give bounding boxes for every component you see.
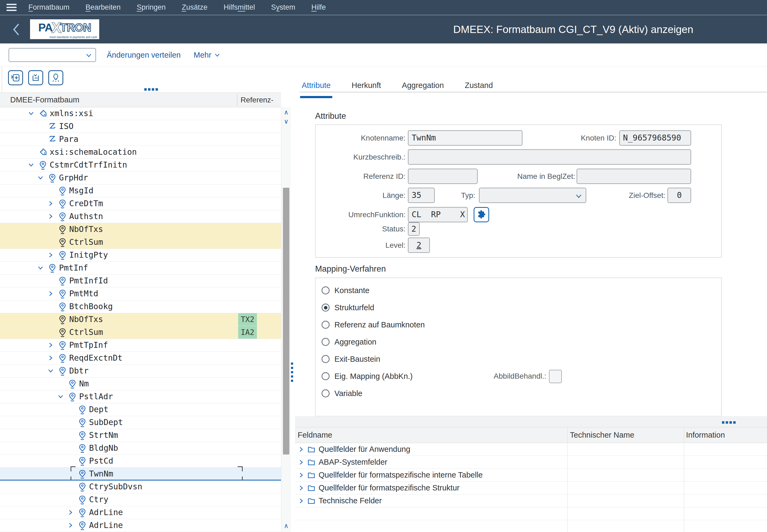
scroll-up-icon[interactable]: ∧ xyxy=(281,108,291,116)
fields-table-row[interactable]: Quellfelder für formatspezifische intern… xyxy=(295,469,767,482)
level-field[interactable]: 2 xyxy=(408,238,430,253)
tree-row-pmtinf[interactable]: PmtInf xyxy=(0,262,281,275)
tree-row-pmtmtd[interactable]: PmtMtd xyxy=(0,287,281,300)
distribute-changes-link[interactable]: Änderungen verteilen xyxy=(107,43,181,67)
chevron-right-icon[interactable] xyxy=(298,497,305,504)
legend-lamp-button[interactable] xyxy=(48,70,63,85)
tree-panel-grip[interactable] xyxy=(144,88,158,91)
panel-splitter[interactable] xyxy=(291,363,293,382)
column-separator[interactable] xyxy=(237,94,237,106)
tree-row-pmttpinf[interactable]: PmtTpInf xyxy=(0,339,281,352)
fields-table-grip[interactable] xyxy=(722,421,736,424)
tree-row-pmtinfid[interactable]: PmtInfId xyxy=(0,275,281,287)
hamburger-menu-icon[interactable] xyxy=(6,4,17,11)
radio-button[interactable] xyxy=(322,321,330,329)
tree-row-para[interactable]: Para xyxy=(0,133,281,146)
chevron-right-icon[interactable] xyxy=(47,354,54,361)
tree-row-bldgnb[interactable]: BldgNb xyxy=(0,442,281,455)
tree-row-ctry[interactable]: Ctry xyxy=(0,493,281,506)
name-beglzet-field[interactable] xyxy=(577,169,691,184)
fields-table-row[interactable]: Technische Felder xyxy=(295,494,767,507)
chevron-right-icon[interactable] xyxy=(47,213,54,220)
tab-attribute[interactable]: Attribute xyxy=(302,81,331,90)
tree-row-adrline[interactable]: AdrLine xyxy=(0,506,281,519)
fields-table-row[interactable]: ABAP-Systemfelder xyxy=(295,456,767,469)
chevron-right-icon[interactable] xyxy=(47,342,54,349)
tree-row-nm[interactable]: Nm xyxy=(0,378,281,390)
exit-module-button[interactable] xyxy=(474,207,489,222)
tab-zustand[interactable]: Zustand xyxy=(465,81,493,90)
radio-button[interactable] xyxy=(322,372,330,380)
status-field[interactable]: 2 xyxy=(408,222,420,236)
tree-row-nboftxs[interactable]: NbOfTxs xyxy=(0,223,281,236)
scroll-up-icon[interactable]: ∧ xyxy=(281,522,291,530)
chevron-right-icon[interactable] xyxy=(298,485,305,492)
tree-row-initgpty[interactable]: InitgPty xyxy=(0,249,281,262)
tree-row-grphdr[interactable]: GrpHdr xyxy=(0,172,281,184)
menu-item-hilfe[interactable]: Hilfe xyxy=(311,3,326,12)
chevron-down-icon[interactable] xyxy=(28,161,35,168)
tree-row-adrline[interactable]: AdrLine xyxy=(0,519,281,532)
tree-row-pstladr[interactable]: PstlAdr xyxy=(0,390,281,403)
menu-item-springen[interactable]: Springen xyxy=(137,3,166,12)
chevron-right-icon[interactable] xyxy=(298,446,305,453)
menu-item-bearbeiten[interactable]: Bearbeiten xyxy=(86,3,121,12)
chevron-right-icon[interactable] xyxy=(47,252,54,258)
radio-button[interactable] xyxy=(322,304,330,312)
radio-button[interactable] xyxy=(322,355,330,363)
chevron-right-icon[interactable] xyxy=(47,290,54,297)
expand-node-button[interactable] xyxy=(8,70,23,85)
menu-item-formatbaum[interactable]: Formatbaum xyxy=(28,3,69,12)
radio-button[interactable] xyxy=(322,286,330,294)
tree-row-ctrysubdvsn[interactable]: CtrySubDvsn xyxy=(0,481,281,493)
tree-row-reqdexctndt[interactable]: ReqdExctnDt xyxy=(0,352,281,365)
chevron-right-icon[interactable] xyxy=(298,472,305,479)
ziel-offset-field[interactable]: 0 xyxy=(668,188,691,203)
tree-row-authstn[interactable]: Authstn xyxy=(0,210,281,223)
laenge-field[interactable]: 35 xyxy=(408,188,435,203)
knoten-id-field[interactable]: N_9657968590 xyxy=(619,130,691,146)
chevron-right-icon[interactable] xyxy=(47,200,54,207)
tree-row-credttm[interactable]: CreDtTm xyxy=(0,197,281,210)
menu-item-system[interactable]: System xyxy=(271,3,295,12)
collapse-node-button[interactable] xyxy=(28,70,43,85)
fields-table-row[interactable]: Quellfelder für formatspezifische Strukt… xyxy=(295,482,767,494)
typ-select[interactable]: C Character xyxy=(479,188,586,203)
tree-row-twnnm[interactable]: TwnNm xyxy=(0,468,281,481)
menu-item-hilfsmittel[interactable]: Hilfsmittel xyxy=(224,3,255,12)
chevron-down-icon[interactable] xyxy=(47,367,54,374)
kurzbeschreib-field[interactable] xyxy=(408,149,691,165)
chevron-right-icon[interactable] xyxy=(67,522,74,529)
chevron-right-icon[interactable] xyxy=(298,459,305,466)
tab-herkunft[interactable]: Herkunft xyxy=(352,81,381,90)
chevron-down-icon[interactable] xyxy=(28,110,35,117)
menu-item-zustze[interactable]: Zusätze xyxy=(182,3,208,12)
tree-row-cstmrcdttrfinitn[interactable]: CstmrCdtTrfInitn xyxy=(0,159,281,172)
tree-scrollbar[interactable]: ∧ ∨ ∧ xyxy=(281,107,291,532)
command-select[interactable] xyxy=(9,48,96,62)
chevron-down-icon[interactable] xyxy=(57,393,64,400)
radio-button[interactable] xyxy=(322,389,330,397)
tree-row-dept[interactable]: Dept xyxy=(0,403,281,416)
chevron-down-icon[interactable] xyxy=(37,174,44,181)
chevron-right-icon[interactable] xyxy=(67,509,74,516)
tree-row-strtnm[interactable]: StrtNm xyxy=(0,429,281,442)
scroll-down-icon[interactable]: ∨ xyxy=(281,117,291,125)
umrechfunktion-field[interactable]: CL RP X xyxy=(408,207,468,222)
more-menu-button[interactable]: Mehr xyxy=(194,43,220,67)
tab-aggregation[interactable]: Aggregation xyxy=(402,81,444,90)
tree-row-xsi:schemalocation[interactable]: xsi:schemaLocation xyxy=(0,146,281,159)
tree-row-msgid[interactable]: MsgId xyxy=(0,184,281,197)
chevron-down-icon[interactable] xyxy=(37,264,44,271)
tree-row-pstcd[interactable]: PstCd xyxy=(0,455,281,468)
abbildbehandl-field[interactable] xyxy=(549,370,562,383)
tree-row-dbtr[interactable]: Dbtr xyxy=(0,365,281,378)
tree-row-ctrlsum[interactable]: CtrlSumIA2 xyxy=(0,326,281,339)
tree-row-subdept[interactable]: SubDept xyxy=(0,416,281,429)
knotenname-field[interactable]: TwnNm xyxy=(408,130,522,146)
tree-row-btchbookg[interactable]: BtchBookg xyxy=(0,300,281,313)
tree-row-xmlns:xsi[interactable]: xmlns:xsi xyxy=(0,107,281,120)
tree-row-iso[interactable]: ISO xyxy=(0,120,281,133)
fields-table-row[interactable]: Quellfelder für Anwendung xyxy=(295,443,767,456)
back-icon[interactable] xyxy=(11,22,21,37)
